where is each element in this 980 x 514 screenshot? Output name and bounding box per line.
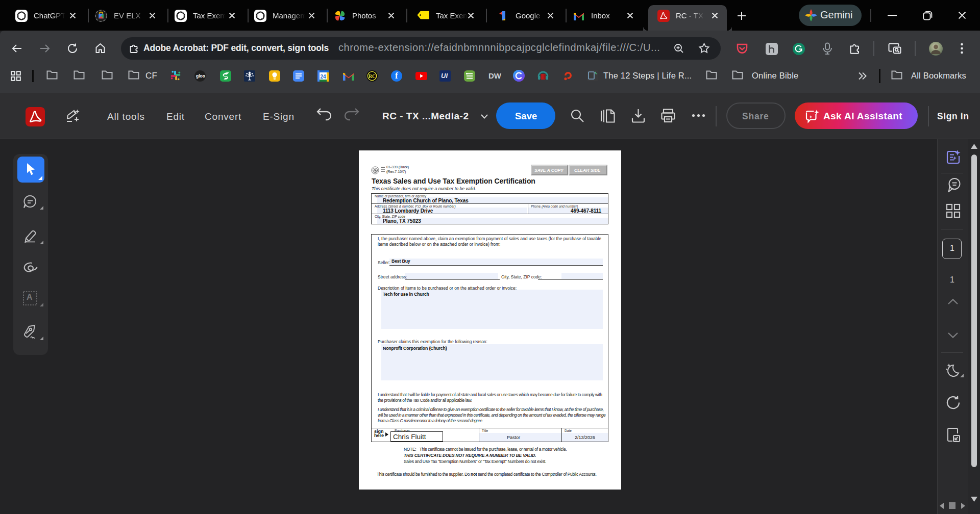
svg-text:24: 24 [320, 74, 326, 80]
svg-text:RC: RC [369, 74, 376, 79]
